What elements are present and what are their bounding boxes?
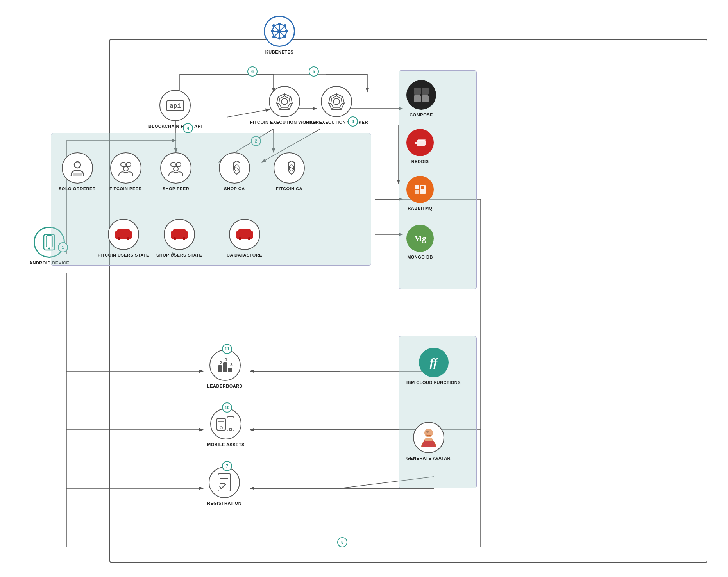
leaderboard-node: 2 1 3 LEADERBOARD	[207, 350, 243, 389]
kubernetes-node: KUBENETES	[264, 16, 295, 55]
svg-text:1: 1	[225, 357, 227, 362]
step-10-badge: 10	[222, 402, 232, 413]
svg-rect-109	[239, 237, 241, 240]
fitcoin-ca-label: FITCOIN CA	[276, 186, 302, 191]
shop-peer-label: SHOP PEER	[163, 186, 190, 191]
svg-point-88	[174, 166, 178, 171]
svg-line-65	[289, 97, 291, 98]
generate-avatar-label: GENERATE AVATAR	[406, 456, 451, 461]
ibm-functions-label: IBM CLOUD FUNCTIONS	[406, 380, 461, 385]
svg-point-83	[121, 162, 125, 167]
svg-rect-133	[227, 417, 234, 431]
svg-rect-102	[173, 229, 186, 233]
svg-point-73	[333, 98, 340, 105]
svg-rect-120	[415, 190, 419, 194]
svg-rect-128	[228, 368, 232, 372]
fitcoin-peer-icon	[110, 152, 141, 184]
ca-datastore-label: CA DATASTORE	[227, 252, 262, 258]
svg-rect-113	[414, 95, 421, 102]
mongodb-icon: Mg	[406, 225, 434, 252]
compose-icon	[406, 80, 436, 110]
svg-point-59	[48, 248, 50, 250]
api-label: BLOCKCHAIN REST API	[148, 123, 202, 129]
generate-avatar-icon	[413, 422, 444, 453]
reddis-label: REDDIS	[411, 159, 429, 164]
shop-ca-icon	[219, 152, 250, 184]
svg-point-117	[415, 144, 417, 146]
svg-rect-82	[73, 173, 82, 176]
svg-point-86	[171, 162, 175, 167]
svg-line-90	[234, 166, 239, 170]
svg-text:3: 3	[230, 363, 233, 367]
mongodb-node: Mg MONGO DB	[406, 225, 434, 260]
compose-label: COMPOSE	[410, 112, 433, 118]
svg-rect-97	[118, 237, 120, 240]
svg-rect-118	[418, 139, 426, 141]
shop-state-node: SHOP USERS STATE	[156, 219, 202, 258]
svg-line-70	[278, 97, 280, 98]
leaderboard-label: LEADERBOARD	[207, 383, 243, 389]
shop-worker-label: SHOP EXECUTION WORKER	[305, 120, 368, 125]
fitcoin-peer-label: FITCOIN PEER	[109, 186, 142, 191]
svg-point-124	[426, 431, 429, 433]
leaderboard-icon: 2 1 3	[209, 350, 241, 381]
step-3-badge: 3	[348, 116, 358, 127]
svg-point-85	[123, 166, 128, 171]
step-11-badge: 11	[222, 344, 232, 354]
svg-marker-62	[279, 96, 290, 108]
kubernetes-icon-circle	[264, 16, 295, 47]
shop-worker-node: SHOP EXECUTION WORKER	[305, 86, 368, 125]
svg-point-51	[271, 30, 274, 33]
svg-point-81	[74, 162, 80, 168]
svg-rect-138	[218, 474, 231, 491]
mobile-assets-label: MOBILE ASSETS	[207, 442, 245, 447]
fitcoin-ca-icon	[274, 152, 305, 184]
svg-point-84	[126, 162, 131, 167]
mobile-assets-icon	[210, 408, 241, 439]
svg-line-80	[330, 97, 332, 98]
shop-state-label: SHOP USERS STATE	[156, 252, 202, 258]
shop-state-icon	[164, 219, 195, 250]
svg-rect-114	[422, 95, 429, 102]
generate-avatar-node: GENERATE AVATAR	[406, 422, 451, 461]
reddis-node: REDDIS	[406, 129, 434, 164]
rabbitmq-label: RABBITMQ	[408, 205, 432, 211]
svg-rect-104	[183, 237, 185, 240]
svg-point-54	[284, 36, 286, 38]
api-icon-circle: api	[159, 90, 191, 121]
svg-rect-110	[248, 237, 250, 240]
svg-point-87	[176, 162, 181, 167]
ca-datastore-node: CA DATASTORE	[227, 219, 262, 258]
svg-rect-112	[422, 88, 429, 95]
step-4-badge: 4	[183, 123, 193, 133]
registration-icon	[209, 467, 240, 498]
mongodb-label: MONGO DB	[407, 254, 433, 260]
svg-rect-121	[420, 185, 426, 194]
svg-point-63	[281, 98, 288, 105]
svg-point-50	[278, 37, 281, 40]
step-5-badge: 5	[309, 66, 319, 77]
solo-orderer-icon	[62, 152, 93, 184]
svg-point-116	[415, 140, 417, 142]
shop-ca-label: SHOP CA	[224, 186, 245, 191]
svg-point-52	[285, 30, 288, 33]
shop-peer-icon	[160, 152, 191, 184]
svg-line-75	[341, 97, 343, 98]
ca-datastore-icon	[229, 219, 260, 250]
shop-ca-node: SHOP CA	[219, 152, 250, 191]
rabbitmq-icon	[406, 176, 434, 203]
shop-worker-icon	[321, 86, 352, 117]
svg-rect-111	[414, 88, 421, 95]
svg-line-92	[289, 166, 294, 170]
fitcoin-peer-node: FITCOIN PEER	[109, 152, 142, 191]
svg-point-136	[220, 427, 222, 429]
svg-point-53	[272, 24, 275, 27]
solo-orderer-label: SOLO ORDERER	[59, 186, 96, 191]
svg-point-137	[229, 428, 232, 431]
svg-rect-103	[174, 237, 176, 240]
ibm-functions-node: ff IBM CLOUD FUNCTIONS	[406, 348, 461, 385]
registration-node: REGISTRATION	[207, 467, 241, 506]
blockchain-api-node: api BLOCKCHAIN REST API	[148, 90, 202, 129]
svg-marker-72	[331, 96, 342, 108]
svg-rect-108	[238, 229, 251, 233]
